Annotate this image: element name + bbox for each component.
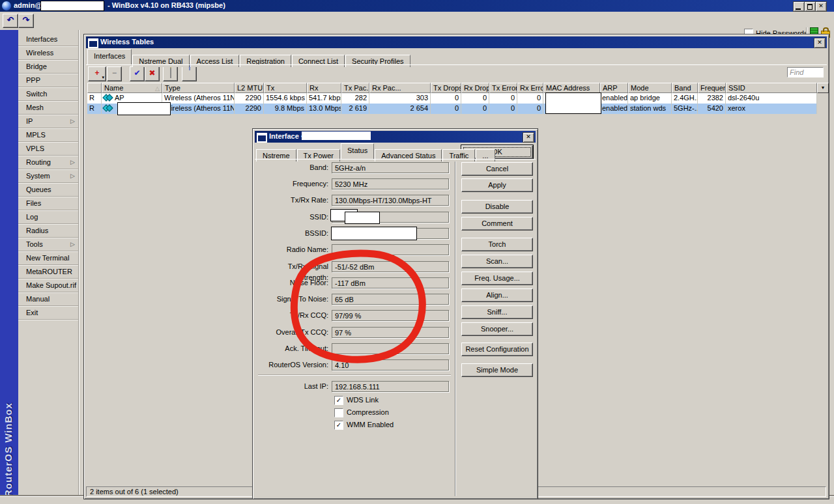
sidebar-item-log[interactable]: Log [18,210,78,224]
undo-button[interactable]: ↶ [3,14,18,28]
row-tx: 9.8 Mbps [264,104,307,114]
row-arp: enabled [600,104,628,114]
interface-dialog-close-button[interactable]: ✕ [523,132,534,143]
sidebar-item-system[interactable]: System▷ [18,169,78,183]
snooper-button[interactable]: Snooper... [461,322,533,336]
column-header-label: Name [104,84,123,92]
column-header-tx-packets[interactable]: Tx Pac... [341,83,369,93]
sidebar-item-mesh[interactable]: Mesh [18,101,78,115]
minimize-button[interactable] [793,1,805,12]
sidebar-item-radius[interactable]: Radius [18,224,78,238]
tab-nstreme[interactable]: Nstreme [256,149,296,161]
column-header-rx-drops[interactable]: Rx Drops [461,83,489,93]
tab-more[interactable]: ... [476,149,495,161]
tab-registration[interactable]: Registration [240,55,291,67]
tab-status[interactable]: Status [341,143,374,159]
row-l2mtu: 2290 [235,104,264,114]
tab-traffic[interactable]: Traffic [442,149,475,161]
interface-dialog-titlebar[interactable]: Interface < ✕ [255,131,536,143]
column-header-mode[interactable]: Mode [628,83,672,93]
filter-button[interactable] [182,66,197,81]
column-header-frequency[interactable]: Frequen... [698,83,726,93]
column-chooser-button[interactable]: ▼ [817,83,829,93]
tab-connect-list[interactable]: Connect List [292,55,345,67]
restore-button[interactable] [804,1,816,12]
disable-button[interactable]: ✖ [145,66,160,81]
simple-mode-button[interactable]: Simple Mode [461,363,533,377]
sidebar-item-vpls[interactable]: VPLS [18,142,78,156]
minimize-icon [796,8,801,10]
sidebar-item-queues[interactable]: Queues [18,183,78,197]
column-header-band[interactable]: Band [672,83,698,93]
sidebar-item-manual[interactable]: Manual [18,292,78,306]
sidebar-item-bridge[interactable]: Bridge [18,60,78,74]
find-input[interactable] [787,67,824,77]
column-header-name[interactable]: Name△ [102,83,162,93]
app-titlebar[interactable]: admin@ - WinBox v4.10 on RB433 (mipsbe) … [0,0,834,12]
scan-button[interactable]: Scan... [461,255,533,268]
redo-button[interactable]: ↷ [18,14,34,28]
field-label: Signal To Noise: [257,294,328,305]
sidebar-item-switch[interactable]: Switch [18,87,78,101]
column-header-tx-errors[interactable]: Tx Errors [489,83,517,93]
apply-button[interactable]: Apply [461,178,533,192]
table-row-station-selected[interactable]: R Wireless (Atheros 11N) 2290 9.8 Mbps 1… [87,104,829,114]
column-header-rx-errors[interactable]: Rx Errors [517,83,543,93]
row-mode: station wds [628,104,672,114]
sidebar-item-make-supout-rif[interactable]: Make Supout.rif [18,279,78,292]
app-close-button[interactable]: ✕ [815,1,827,12]
sidebar-item-new-terminal[interactable]: New Terminal [18,251,78,265]
compression-checkbox[interactable] [334,408,343,417]
column-header-rx[interactable]: Rx [307,83,341,93]
sidebar-item-ppp[interactable]: PPP [18,74,78,87]
wireless-interface-icon [104,105,113,111]
tab-advanced-status[interactable]: Advanced Status [375,149,442,161]
disable-button[interactable]: Disable [461,200,533,214]
sniff-button[interactable]: Sniff... [461,305,533,319]
sidebar-item-wireless[interactable]: Wireless [18,46,78,60]
tab-access-list[interactable]: Access List [190,55,240,67]
column-header-arp[interactable]: ARP [600,83,628,93]
column-header-rx-packets[interactable]: Rx Pac... [369,83,431,93]
table-row-ap[interactable]: R AP Wireless (Atheros 11N) 2290 1554.6 … [87,93,829,104]
signal-to-noise-value: 65 dB [332,294,449,305]
remove-button[interactable]: − [107,66,122,81]
column-header-type[interactable]: Type [162,83,235,93]
torch-button[interactable]: Torch [461,238,533,251]
sidebar-menu: Interfaces Wireless Bridge PPP Switch Me… [18,30,79,496]
column-header-ssid[interactable]: SSID [726,83,817,93]
wmm-enabled-checkbox[interactable]: ✓ [334,421,343,430]
tab-security-profiles[interactable]: Security Profiles [345,55,410,67]
align-button[interactable]: Align... [461,288,533,302]
sidebar-item-mpls[interactable]: MPLS [18,128,78,142]
wds-link-label: WDS Link [347,396,379,404]
sidebar-item-metarouter[interactable]: MetaROUTER [18,265,78,279]
wds-link-checkbox[interactable]: ✓ [334,396,343,405]
sidebar-item-interfaces[interactable]: Interfaces [18,33,78,46]
tab-interfaces[interactable]: Interfaces [87,49,132,64]
column-header-tx-drops[interactable]: Tx Drops [431,83,461,93]
sidebar-item-ip[interactable]: IP▷ [18,115,78,128]
sidebar-item-files[interactable]: Files [18,197,78,210]
sidebar-item-label: New Terminal [26,254,69,262]
tab-nstreme-dual[interactable]: Nstreme Dual [132,55,189,67]
sidebar-item-exit[interactable]: Exit [18,306,78,320]
tab-tx-power[interactable]: Tx Power [297,149,340,161]
wireless-tables-titlebar[interactable]: Wireless Tables ✕ [86,36,827,48]
reset-configuration-button[interactable]: Reset Configuration [461,343,533,356]
enable-button[interactable]: ✔ [130,66,145,81]
column-header-flag[interactable] [87,83,102,93]
checkmark-icon: ✓ [336,397,341,404]
sidebar-item-routing[interactable]: Routing▷ [18,156,78,169]
column-header-l2mtu[interactable]: L2 MTU [235,83,264,93]
comment-button[interactable] [163,66,178,81]
column-header-tx[interactable]: Tx [264,83,307,93]
row-l2mtu: 2290 [235,93,264,104]
cancel-button[interactable]: Cancel [461,162,533,176]
sidebar-item-tools[interactable]: Tools▷ [18,238,78,251]
wireless-tables-close-button[interactable]: ✕ [814,38,826,48]
column-header-mac-address[interactable]: MAC Address [543,83,600,93]
freq-usage-button[interactable]: Freq. Usage... [461,272,533,285]
add-button[interactable]: +▾ [88,66,106,81]
comment-button[interactable]: Comment [461,217,533,231]
